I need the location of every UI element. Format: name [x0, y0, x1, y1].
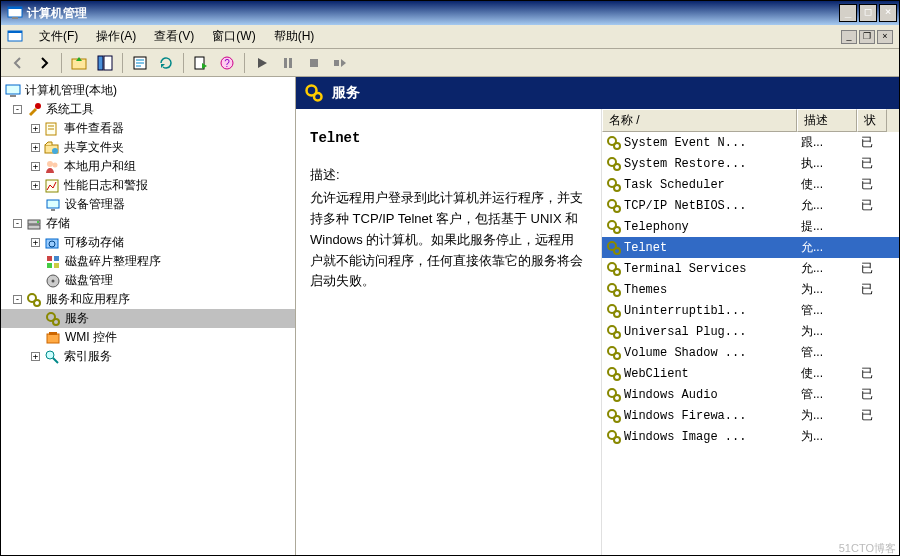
tree-root-label: 计算机管理(本地) [25, 82, 117, 99]
refresh-button[interactable] [155, 52, 177, 74]
right-pane: 服务 Telnet 描述: 允许远程用户登录到此计算机并运行程序，并支持多种 T… [296, 77, 899, 555]
show-hide-tree-button[interactable] [94, 52, 116, 74]
service-row[interactable]: Windows Image ...为... [602, 426, 899, 447]
tree-device-manager[interactable]: 设备管理器 [1, 195, 295, 214]
tree-system-tools[interactable]: - 系统工具 [1, 100, 295, 119]
menu-file[interactable]: 文件(F) [31, 26, 86, 47]
service-desc-cell: 允... [797, 196, 857, 215]
service-status-cell: 已 [857, 385, 887, 404]
service-gear-icon [606, 198, 622, 214]
tree-label: 服务 [65, 310, 89, 327]
tree-defragmenter[interactable]: 磁盘碎片整理程序 [1, 252, 295, 271]
column-description[interactable]: 描述 [797, 109, 857, 132]
menu-help[interactable]: 帮助(H) [266, 26, 323, 47]
expander-icon[interactable]: + [31, 143, 40, 152]
service-name-cell: Volume Shadow ... [602, 344, 797, 362]
column-name[interactable]: 名称 / [602, 109, 797, 132]
svg-rect-32 [47, 256, 52, 261]
tree-services-apps[interactable]: - 服务和应用程序 [1, 290, 295, 309]
service-row[interactable]: WebClient使...已 [602, 363, 899, 384]
up-button[interactable] [68, 52, 90, 74]
service-row[interactable]: Terminal Services允...已 [602, 258, 899, 279]
restart-service-button[interactable] [329, 52, 351, 74]
service-gear-icon [606, 387, 622, 403]
maximize-button[interactable]: □ [859, 4, 877, 22]
tree-indexing-service[interactable]: +索引服务 [1, 347, 295, 366]
expander-icon[interactable]: + [31, 181, 40, 190]
tree-label: 服务和应用程序 [46, 291, 130, 308]
tree-event-viewer[interactable]: +事件查看器 [1, 119, 295, 138]
svg-point-72 [614, 395, 620, 401]
export-list-button[interactable] [190, 52, 212, 74]
tree-services[interactable]: 服务 [1, 309, 295, 328]
expander-icon[interactable]: - [13, 105, 22, 114]
close-button[interactable]: × [879, 4, 897, 22]
mdi-restore-button[interactable]: ❐ [859, 30, 875, 44]
svg-point-76 [614, 437, 620, 443]
tree-root[interactable]: 计算机管理(本地) [1, 81, 295, 100]
storage-icon [26, 216, 42, 232]
service-status-cell [857, 331, 887, 333]
detail-header-title: 服务 [332, 84, 360, 102]
pause-service-button[interactable] [277, 52, 299, 74]
service-row[interactable]: Volume Shadow ...管... [602, 342, 899, 363]
stop-service-button[interactable] [303, 52, 325, 74]
tree-perf-logs[interactable]: +性能日志和警报 [1, 176, 295, 195]
menu-window[interactable]: 窗口(W) [204, 26, 263, 47]
service-row[interactable]: System Restore...执...已 [602, 153, 899, 174]
tree-shared-folders[interactable]: +共享文件夹 [1, 138, 295, 157]
svg-point-41 [53, 319, 59, 325]
column-status[interactable]: 状 [857, 109, 887, 132]
service-row[interactable]: Windows Audio管...已 [602, 384, 899, 405]
service-row[interactable]: TCP/IP NetBIOS...允...已 [602, 195, 899, 216]
tree-label: 磁盘管理 [65, 272, 113, 289]
menu-action[interactable]: 操作(A) [88, 26, 144, 47]
disk-management-icon [45, 273, 61, 289]
service-desc-cell: 管... [797, 385, 857, 404]
tree-wmi-control[interactable]: WMI 控件 [1, 328, 295, 347]
tree-storage[interactable]: - 存储 [1, 214, 295, 233]
svg-point-37 [52, 279, 55, 282]
menu-view[interactable]: 查看(V) [146, 26, 202, 47]
service-row[interactable]: Uninterruptibl...管... [602, 300, 899, 321]
tree-disk-management[interactable]: 磁盘管理 [1, 271, 295, 290]
tree-pane[interactable]: 计算机管理(本地) - 系统工具 +事件查看器 +共享文件夹 [1, 77, 296, 555]
back-button[interactable] [7, 52, 29, 74]
svg-point-48 [614, 143, 620, 149]
service-row[interactable]: Task Scheduler使...已 [602, 174, 899, 195]
service-row[interactable]: Universal Plug...为... [602, 321, 899, 342]
tree-label: 可移动存储 [64, 234, 124, 251]
tree-removable-storage[interactable]: +可移动存储 [1, 233, 295, 252]
svg-rect-1 [8, 7, 22, 9]
start-service-button[interactable] [251, 52, 273, 74]
service-name-cell: Themes [602, 281, 797, 299]
tree-local-users[interactable]: +本地用户和组 [1, 157, 295, 176]
toolbar-divider [61, 53, 62, 73]
service-row[interactable]: System Event N...跟...已 [602, 132, 899, 153]
minimize-button[interactable]: _ [839, 4, 857, 22]
service-desc-cell: 管... [797, 343, 857, 362]
expander-icon[interactable]: - [13, 219, 22, 228]
service-name-cell: Telnet [602, 239, 797, 257]
service-row[interactable]: Windows Firewa...为...已 [602, 405, 899, 426]
mdi-minimize-button[interactable]: _ [841, 30, 857, 44]
service-row[interactable]: Themes为...已 [602, 279, 899, 300]
expander-icon[interactable]: + [31, 162, 40, 171]
toolbar-divider [183, 53, 184, 73]
tree-label: 存储 [46, 215, 70, 232]
service-row[interactable]: Telephony提... [602, 216, 899, 237]
expander-icon[interactable]: + [31, 238, 40, 247]
expander-icon[interactable]: - [13, 295, 22, 304]
svg-point-29 [37, 221, 39, 223]
forward-button[interactable] [33, 52, 55, 74]
service-row[interactable]: Telnet允... [602, 237, 899, 258]
services-list-pane[interactable]: 名称 / 描述 状 System Event N...跟...已System R… [601, 109, 899, 555]
expander-icon[interactable]: + [31, 124, 40, 133]
service-gear-icon [606, 240, 622, 256]
help-button[interactable]: ? [216, 52, 238, 74]
service-gear-icon [606, 261, 622, 277]
expander-icon[interactable]: + [31, 352, 40, 361]
tree-label: 本地用户和组 [64, 158, 136, 175]
properties-button[interactable] [129, 52, 151, 74]
mdi-close-button[interactable]: × [877, 30, 893, 44]
